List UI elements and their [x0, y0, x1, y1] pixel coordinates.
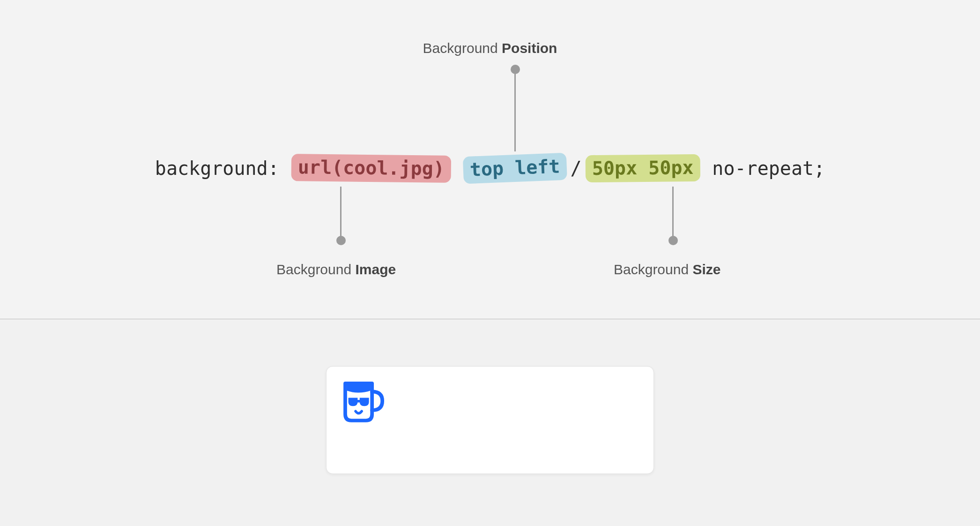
label-size-bold: Size: [692, 262, 720, 277]
connector-dot-icon: [336, 236, 346, 245]
label-position-bold: Position: [502, 40, 557, 56]
label-background-position: Background Position: [423, 40, 557, 56]
connector-dot-icon: [668, 236, 678, 245]
label-image-prefix: Background: [276, 262, 355, 277]
preview-area: [0, 319, 980, 526]
pill-background-size: 50px 50px: [585, 154, 700, 182]
label-position-prefix: Background: [423, 40, 502, 56]
label-background-image: Background Image: [276, 262, 396, 278]
code-property: background:: [155, 158, 279, 179]
pill-background-position: top left: [463, 153, 567, 184]
connector-size: [672, 187, 674, 240]
pill-background-image: url(cool.jpg): [291, 154, 451, 183]
preview-card: [326, 366, 654, 474]
label-image-bold: Image: [355, 262, 396, 277]
code-line: background: url(cool.jpg) top left / 50p…: [155, 155, 825, 182]
diagram-stage: Background Position background: url(cool…: [0, 0, 980, 526]
connector-dot-icon: [511, 65, 520, 74]
code-repeat: no-repeat;: [712, 158, 825, 179]
code-slash: /: [566, 158, 585, 179]
label-background-size: Background Size: [614, 262, 720, 278]
css-shorthand-diagram: Background Position background: url(cool…: [0, 0, 980, 319]
connector-image: [340, 187, 342, 240]
label-size-prefix: Background: [614, 262, 692, 277]
mug-with-sunglasses-icon: [335, 374, 386, 426]
connector-position: [514, 69, 516, 151]
